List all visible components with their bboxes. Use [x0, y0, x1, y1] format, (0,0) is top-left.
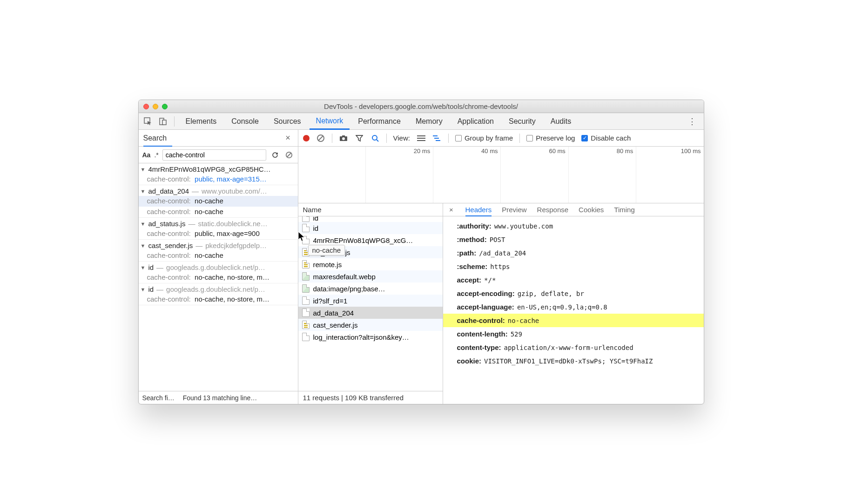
request-row[interactable]: log_interaction?alt=json&key… [298, 331, 443, 343]
panel-tab-elements[interactable]: Elements [179, 113, 223, 130]
search-result-file[interactable]: ▼ad_status.js — static.doubleclick.ne… [139, 218, 298, 228]
search-result-file[interactable]: ▼id — googleads.g.doubleclick.net/p… [139, 262, 298, 272]
panel-tab-network[interactable]: Network [310, 113, 350, 130]
header-row[interactable]: :authority:www.youtube.com [457, 219, 698, 233]
request-details: × HeadersPreviewResponseCookiesTiming :a… [443, 203, 704, 404]
close-icon[interactable]: × [283, 133, 293, 143]
request-name: id [313, 224, 319, 232]
request-row[interactable]: cast_sender.js [298, 319, 443, 331]
svg-rect-17 [436, 140, 440, 141]
close-details-icon[interactable]: × [448, 206, 455, 214]
file-icon [302, 236, 310, 244]
waterfall-view-icon[interactable] [432, 134, 442, 143]
waterfall-tick: 80 ms [617, 148, 633, 155]
panel-tab-audits[interactable]: Audits [544, 113, 578, 130]
search-panel-title: Search [143, 134, 167, 142]
search-input[interactable] [162, 149, 266, 161]
record-button[interactable] [303, 135, 310, 141]
search-toolbar: Aa .* [139, 147, 298, 163]
search-result-line[interactable]: cache-control: no-cache, no-store, m… [139, 272, 298, 283]
request-name: cast_sender.js [313, 321, 358, 329]
details-tab-headers[interactable]: Headers [465, 203, 492, 216]
more-menu-icon[interactable]: ⋮ [683, 116, 701, 127]
large-rows-icon[interactable] [417, 134, 426, 143]
regex-toggle[interactable]: .* [154, 151, 158, 159]
search-status-bar: Search fi… Found 13 matching line… [139, 391, 298, 404]
file-icon [302, 224, 310, 232]
capture-screenshots-icon[interactable] [339, 134, 348, 143]
search-result-line[interactable]: cache-control: public, max-age=315… [139, 174, 298, 185]
search-icon[interactable] [370, 134, 380, 143]
preserve-log-checkbox[interactable]: Preserve log [526, 134, 575, 142]
search-result-line[interactable]: cache-control: no-cache, no-store, m… [139, 294, 298, 305]
panel-tab-memory[interactable]: Memory [409, 113, 449, 130]
header-row[interactable]: cookie:VISITOR_INFO1_LIVE=dDk0-xTswPs; Y… [457, 354, 698, 368]
header-row[interactable]: cache-control:no-cache [443, 314, 704, 327]
panel-tab-sources[interactable]: Sources [267, 113, 308, 130]
request-row[interactable]: id?slf_rd=1 [298, 295, 443, 307]
search-result-file[interactable]: ▼cast_sender.js — pkedcjkdefgpdelp… [139, 240, 298, 250]
request-list-header[interactable]: Name [298, 203, 443, 216]
inspect-element-icon[interactable] [141, 115, 155, 128]
panel-tab-application[interactable]: Application [451, 113, 500, 130]
search-status-right: Found 13 matching line… [183, 394, 257, 402]
search-result-line[interactable]: cache-control: no-cache [139, 196, 298, 207]
panel-tabstrip: ElementsConsoleSourcesNetworkPerformance… [139, 113, 704, 130]
request-list-status: 11 requests | 109 KB transferred [298, 391, 443, 404]
search-result-file[interactable]: ▼ad_data_204 — www.youtube.com/… [139, 185, 298, 196]
request-list: Name idid4mrRnEPnWo81qWPG8_xcG…ad_status… [298, 203, 443, 404]
header-row[interactable]: :method:POST [457, 233, 698, 246]
header-row[interactable]: accept-encoding:gzip, deflate, br [457, 287, 698, 300]
search-result-line[interactable]: cache-control: public, max-age=900 [139, 228, 298, 239]
refresh-icon[interactable] [270, 150, 280, 160]
header-row[interactable]: :scheme:https [457, 260, 698, 273]
panel-tab-performance[interactable]: Performance [351, 113, 407, 130]
group-by-frame-checkbox[interactable]: Group by frame [455, 134, 513, 142]
details-tab-preview[interactable]: Preview [502, 203, 526, 216]
header-row[interactable]: content-type:application/x-www-form-urle… [457, 341, 698, 354]
details-tab-timing[interactable]: Timing [614, 203, 634, 216]
waterfall-tick: 20 ms [414, 148, 430, 155]
file-icon [302, 321, 310, 329]
filter-icon[interactable] [355, 134, 364, 143]
search-result-group: ▼ad_status.js — static.doubleclick.ne…ca… [139, 218, 298, 240]
panel-tab-security[interactable]: Security [502, 113, 542, 130]
file-icon [302, 216, 310, 222]
titlebar: DevTools - developers.google.com/web/too… [139, 100, 704, 113]
tooltip: no-cache [308, 245, 345, 255]
clear-icon[interactable] [284, 150, 294, 160]
request-name: log_interaction?alt=json&key… [313, 333, 409, 341]
header-row[interactable]: :path:/ad_data_204 [457, 246, 698, 260]
panel-tab-console[interactable]: Console [225, 113, 265, 130]
header-row[interactable]: accept:*/* [457, 273, 698, 287]
details-tab-cookies[interactable]: Cookies [579, 203, 604, 216]
svg-line-4 [287, 153, 291, 157]
header-row[interactable]: accept-language:en-US,en;q=0.9,la;q=0.8 [457, 300, 698, 314]
request-row[interactable]: remote.js [298, 258, 443, 270]
search-result-line[interactable]: cache-control: no-cache [139, 250, 298, 261]
search-panel-header: Search × [139, 130, 298, 147]
search-result-group: ▼cast_sender.js — pkedcjkdefgpdelp…cache… [139, 240, 298, 262]
details-tabs: × HeadersPreviewResponseCookiesTiming [443, 203, 704, 216]
search-result-file[interactable]: ▼id — googleads.g.doubleclick.net/p… [139, 283, 298, 294]
search-result-line[interactable]: cache-control: no-cache [139, 207, 298, 217]
waterfall-tick: 60 ms [549, 148, 565, 155]
request-row[interactable]: id [298, 216, 443, 222]
match-case-toggle[interactable]: Aa [142, 151, 151, 159]
file-icon [302, 284, 310, 293]
request-row[interactable]: ad_data_204 [298, 307, 443, 319]
request-row[interactable]: id [298, 222, 443, 234]
request-row[interactable]: data:image/png;base… [298, 282, 443, 295]
svg-rect-15 [433, 135, 438, 136]
request-row[interactable]: maxresdefault.webp [298, 270, 443, 282]
search-result-file[interactable]: ▼4mrRnEPnWo81qWPG8_xcGP85HC… [139, 163, 298, 174]
device-toolbar-icon[interactable] [156, 115, 169, 128]
disable-cache-checkbox[interactable]: ✓Disable cach [581, 134, 631, 142]
header-row[interactable]: content-length:529 [457, 327, 698, 341]
waterfall-overview[interactable]: 20 ms40 ms60 ms80 ms100 ms [298, 147, 704, 203]
clear-log-icon[interactable] [316, 134, 325, 143]
details-tab-response[interactable]: Response [537, 203, 569, 216]
svg-line-11 [377, 140, 378, 141]
search-panel: Search × Aa .* ▼4mrRnEPnWo81qWPG8_xcGP85… [139, 130, 298, 404]
search-results: ▼4mrRnEPnWo81qWPG8_xcGP85HC…cache-contro… [139, 163, 298, 391]
